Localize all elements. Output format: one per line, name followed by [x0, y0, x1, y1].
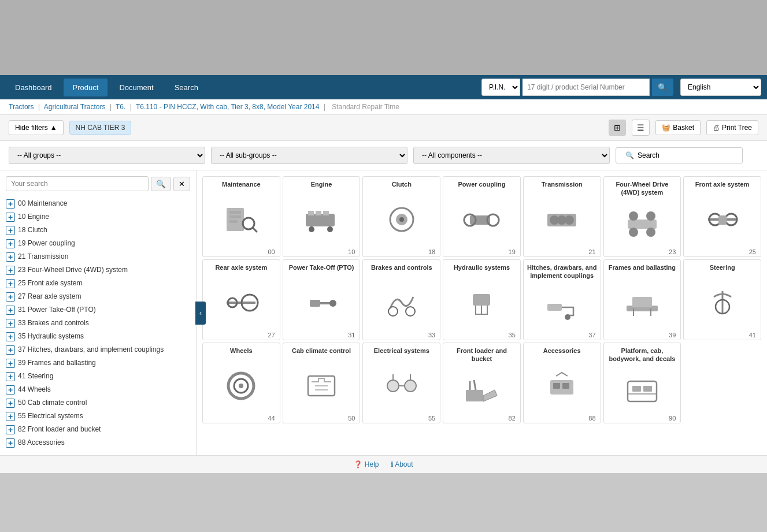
expand-icon-88[interactable]: +: [6, 438, 15, 448]
grid-item-50[interactable]: Cab climate control 50: [283, 343, 361, 423]
expand-icon-10[interactable]: +: [6, 213, 15, 222]
pin-search-button[interactable]: 🔍: [652, 79, 673, 96]
nav-search[interactable]: Search: [165, 79, 208, 96]
breadcrumb-ag-tractors[interactable]: Agricultural Tractors: [44, 103, 106, 111]
grid-item-title-23: Four-Wheel Drive (4WD) system: [606, 180, 679, 197]
expand-icon-33[interactable]: +: [6, 319, 15, 328]
basket-button[interactable]: 🧺 Basket: [655, 120, 701, 135]
sidebar-item-10[interactable]: + 10 Engine: [6, 210, 190, 224]
grid-item-23[interactable]: Four-Wheel Drive (4WD) system 23: [603, 176, 681, 257]
sidebar-item-82[interactable]: + 82 Front loader and bucket: [6, 423, 190, 436]
expand-icon-82[interactable]: +: [6, 425, 15, 434]
grid-item-img-18: [365, 191, 438, 248]
search-button[interactable]: 🔍 Search: [616, 147, 743, 163]
nav-dashboard[interactable]: Dashboard: [6, 79, 61, 96]
sidebar-item-23[interactable]: + 23 Four-Wheel Drive (4WD) system: [6, 263, 190, 277]
sidebar-item-37[interactable]: + 37 Hitches, drawbars, and implement co…: [6, 343, 190, 356]
sidebar-collapse-toggle[interactable]: ‹: [195, 302, 206, 325]
sidebar-item-41[interactable]: + 41 Steering: [6, 370, 190, 383]
expand-icon-55[interactable]: +: [6, 412, 15, 421]
all-groups-select[interactable]: -- All groups --: [9, 147, 205, 164]
sidebar-item-39[interactable]: + 39 Frames and ballasting: [6, 356, 190, 370]
breadcrumb-t6[interactable]: T6.: [116, 103, 125, 111]
sidebar-item-88[interactable]: + 88 Accessories: [6, 436, 190, 449]
grid-item-27[interactable]: Rear axle system 27: [202, 259, 280, 340]
expand-icon-25[interactable]: +: [6, 279, 15, 288]
sidebar-search-input[interactable]: [6, 176, 149, 191]
grid-item-title-19: Power coupling: [458, 180, 506, 188]
expand-icon-37[interactable]: +: [6, 345, 15, 355]
all-subgroups-select[interactable]: -- All sub-groups --: [211, 147, 407, 164]
sidebar-label-27: 27 Rear axle system: [18, 292, 81, 302]
grid-item-41[interactable]: Steering 41: [683, 259, 761, 340]
grid-item-25[interactable]: Front axle system 25: [683, 176, 761, 257]
sidebar-item-19[interactable]: + 19 Power coupling: [6, 237, 190, 250]
list-view-button[interactable]: ☰: [632, 120, 650, 136]
expand-icon-31[interactable]: +: [6, 306, 15, 315]
expand-icon-23[interactable]: +: [6, 266, 15, 275]
sidebar-item-00[interactable]: + 00 Maintenance: [6, 197, 190, 210]
grid-item-44[interactable]: Wheels 44: [202, 343, 280, 423]
sidebar-item-50[interactable]: + 50 Cab climate control: [6, 396, 190, 410]
svg-line-61: [474, 380, 476, 390]
help-link[interactable]: ❓ Help: [354, 460, 379, 468]
expand-icon-00[interactable]: +: [6, 199, 15, 209]
sidebar-item-27[interactable]: + 27 Rear axle system: [6, 290, 190, 303]
grid-item-82[interactable]: Front loader and bucket 82: [443, 343, 521, 423]
sidebar-item-31[interactable]: + 31 Power Take-Off (PTO): [6, 303, 190, 317]
sidebar-item-44[interactable]: + 44 Wheels: [6, 383, 190, 396]
grid-item-18[interactable]: Clutch 18: [362, 176, 440, 257]
expand-icon-27[interactable]: +: [6, 292, 15, 302]
grid-item-88[interactable]: Accessories 88: [523, 343, 601, 423]
grid-item-33[interactable]: Brakes and controls 33: [362, 259, 440, 340]
help-icon: ❓: [354, 460, 362, 468]
sidebar-item-35[interactable]: + 35 Hydraulic systems: [6, 330, 190, 343]
svg-rect-8: [316, 211, 321, 215]
svg-point-11: [327, 226, 333, 232]
print-tree-button[interactable]: 🖨 Print Tree: [706, 120, 758, 135]
breadcrumb-tractors[interactable]: Tractors: [9, 103, 34, 111]
grid-item-00[interactable]: Maintenance 00: [202, 176, 280, 257]
expand-icon-41[interactable]: +: [6, 372, 15, 381]
pin-type-select[interactable]: P.I.N.: [481, 79, 520, 96]
sidebar-item-55[interactable]: + 55 Electrical systems: [6, 410, 190, 423]
grid-item-10[interactable]: Engine 10: [283, 176, 361, 257]
expand-icon-21[interactable]: +: [6, 252, 15, 262]
hide-filters-label: Hide filters: [15, 124, 48, 132]
grid-item-img-00: [205, 191, 277, 248]
expand-icon-44[interactable]: +: [6, 385, 15, 395]
expand-icon-39[interactable]: +: [6, 359, 15, 368]
sidebar-clear-button[interactable]: ✕: [173, 177, 190, 191]
all-components-select[interactable]: -- All components --: [413, 147, 610, 164]
grid-item-title-18: Clutch: [392, 180, 412, 188]
expand-icon-50[interactable]: +: [6, 399, 15, 408]
nav-document[interactable]: Document: [110, 79, 162, 96]
expand-icon-19[interactable]: +: [6, 239, 15, 248]
language-select[interactable]: English: [680, 79, 761, 96]
sidebar-item-21[interactable]: + 21 Transmission: [6, 250, 190, 263]
sidebar-item-18[interactable]: + 18 Clutch: [6, 224, 190, 237]
sidebar-search-button[interactable]: 🔍: [151, 177, 171, 191]
hide-filters-button[interactable]: Hide filters ▲: [9, 120, 64, 135]
grid-item-21[interactable]: Transmission 21: [523, 176, 601, 257]
expand-icon-18[interactable]: +: [6, 226, 15, 235]
expand-icon-35[interactable]: +: [6, 332, 15, 341]
grid-item-31[interactable]: Power Take-Off (PTO) 31: [283, 259, 361, 340]
grid-item-img-21: [526, 191, 598, 248]
nav-product[interactable]: Product: [64, 79, 108, 96]
grid-item-90[interactable]: Platform, cab, bodywork, and decals 90: [603, 343, 681, 423]
pin-input[interactable]: [523, 79, 650, 96]
grid-view-button[interactable]: ⊞: [609, 120, 626, 136]
items-grid: Maintenance 00 Engine 10 Clutch 18 Power…: [202, 176, 761, 423]
grid-item-39[interactable]: Frames and ballasting 39: [603, 259, 681, 340]
breadcrumb-t6110[interactable]: T6.110 - PIN HCCZ, With cab, Tier 3, 8x8…: [136, 103, 319, 111]
grid-item-35[interactable]: Hydraulic systems 35: [443, 259, 521, 340]
about-link[interactable]: ℹ About: [391, 460, 413, 468]
sidebar-item-33[interactable]: + 33 Brakes and controls: [6, 317, 190, 330]
grid-item-55[interactable]: Electrical systems 55: [362, 343, 440, 423]
sidebar-item-25[interactable]: + 25 Front axle system: [6, 277, 190, 290]
svg-point-54: [387, 380, 399, 392]
svg-rect-64: [562, 383, 569, 389]
grid-item-37[interactable]: Hitches, drawbars, and implement couplin…: [523, 259, 601, 340]
grid-item-19[interactable]: Power coupling 19: [443, 176, 521, 257]
